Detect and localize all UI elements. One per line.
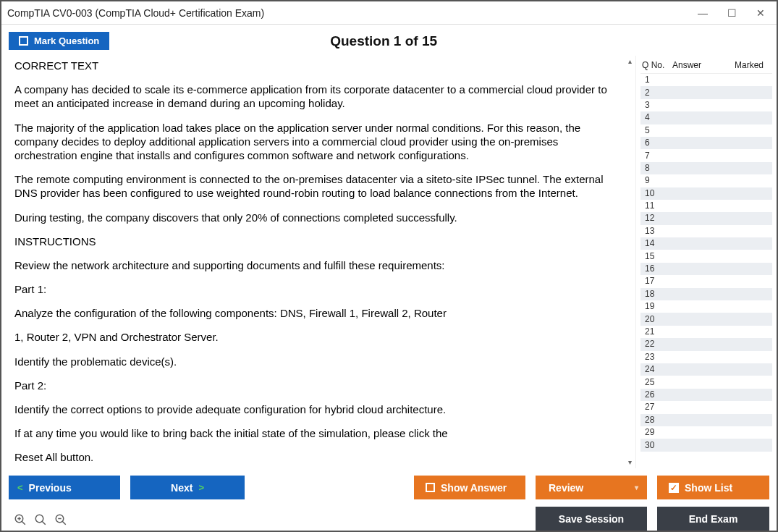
question-list-row[interactable]: 27 (640, 401, 772, 413)
question-list[interactable]: 1234567891011121314151617181920212223242… (640, 73, 772, 468)
show-answer-button[interactable]: Show Answer (414, 476, 525, 499)
next-label: Next (171, 482, 193, 494)
question-subheading: INSTRUCTIONS (14, 235, 622, 248)
svg-point-4 (35, 515, 43, 523)
question-list-row[interactable]: 5 (640, 124, 772, 137)
zoom-reset-icon[interactable] (13, 512, 28, 527)
question-list-row[interactable]: 29 (640, 426, 772, 439)
question-counter: Question 1 of 15 (109, 33, 658, 49)
question-list-row[interactable]: 26 (640, 389, 772, 401)
question-list-row[interactable]: 21 (640, 326, 772, 338)
end-exam-button[interactable]: End Exam (657, 507, 769, 531)
svg-line-7 (62, 521, 66, 525)
question-paragraph: Reset All button. (14, 450, 622, 464)
question-list-row[interactable]: 18 (640, 288, 772, 300)
question-number: 10 (645, 188, 671, 198)
question-number: 24 (645, 364, 671, 374)
next-button[interactable]: Next > (130, 476, 245, 499)
question-list-header: Q No. Answer Marked (640, 56, 772, 73)
window-title: CompTIA CV0-003 (CompTIA Cloud+ Certific… (7, 7, 264, 19)
question-number: 11 (645, 200, 671, 211)
question-list-row[interactable]: 1 (640, 74, 772, 86)
question-list-row[interactable]: 13 (640, 225, 772, 237)
show-list-label: Show List (685, 482, 732, 494)
checkbox-icon (19, 36, 28, 46)
show-answer-label: Show Answer (441, 482, 507, 494)
question-number: 22 (645, 339, 671, 349)
question-number: 28 (645, 415, 671, 425)
question-list-row[interactable]: 25 (640, 376, 772, 388)
question-list-row[interactable]: 20 (640, 313, 772, 325)
question-paragraph: Identify the correct options to provide … (14, 402, 622, 416)
question-paragraph: If at any time you would like to bring b… (14, 426, 622, 440)
maximize-icon[interactable]: ☐ (726, 7, 737, 19)
question-paragraph: A company has decided to scale its e-com… (14, 83, 622, 110)
question-number: 14 (645, 238, 671, 248)
question-list-row[interactable]: 17 (640, 275, 772, 287)
question-list-row[interactable]: 19 (640, 300, 772, 313)
question-list-row[interactable]: 14 (640, 237, 772, 250)
question-list-row[interactable]: 23 (640, 351, 772, 363)
question-number: 8 (645, 163, 671, 173)
question-paragraph: Analyze the configuration of the followi… (14, 306, 622, 320)
review-button[interactable]: Review (536, 476, 647, 499)
main: ▴ CORRECT TEXT A company has decided to … (1, 56, 777, 468)
question-list-row[interactable]: 2 (640, 86, 772, 98)
scroll-down-icon[interactable]: ▾ (625, 458, 634, 467)
question-number: 29 (645, 427, 671, 437)
question-number: 7 (645, 151, 671, 161)
question-number: 30 (645, 440, 671, 450)
window-controls: — ☐ ✕ (697, 7, 771, 19)
question-list-row[interactable]: 16 (640, 263, 772, 275)
zoom-in-icon[interactable] (33, 512, 48, 527)
footer-row-1: < Previous Next > Show Answer Review ✓ S… (9, 476, 769, 499)
scroll-up-icon[interactable]: ▴ (625, 57, 634, 66)
question-list-row[interactable]: 7 (640, 149, 772, 161)
zoom-controls (9, 511, 72, 527)
mark-question-label: Mark Question (34, 35, 99, 46)
question-number: 26 (645, 389, 671, 400)
chevron-right-icon: > (198, 482, 204, 493)
question-list-row[interactable]: 10 (640, 187, 772, 200)
question-number: 21 (645, 326, 671, 337)
minimize-icon[interactable]: — (697, 7, 709, 19)
zoom-out-icon[interactable] (54, 512, 68, 527)
question-list-row[interactable]: 3 (640, 99, 772, 111)
mark-question-button[interactable]: Mark Question (9, 32, 109, 50)
question-list-row[interactable]: 24 (640, 363, 772, 376)
question-list-row[interactable]: 4 (640, 111, 772, 124)
question-list-panel: Q No. Answer Marked 12345678910111213141… (636, 56, 775, 468)
question-number: 23 (645, 352, 671, 362)
col-answer: Answer (672, 60, 735, 70)
question-number: 4 (645, 112, 671, 122)
question-number: 20 (645, 314, 671, 324)
question-paragraph: During testing, the company discovers th… (14, 211, 622, 224)
question-list-row[interactable]: 30 (640, 439, 772, 451)
header: Mark Question Question 1 of 15 (1, 25, 777, 56)
question-number: 5 (645, 125, 671, 135)
save-session-button[interactable]: Save Session (536, 507, 647, 531)
close-icon[interactable]: ✕ (755, 7, 766, 19)
question-number: 13 (645, 226, 671, 236)
question-paragraph: Part 2: (14, 379, 622, 392)
save-session-label: Save Session (559, 513, 624, 525)
question-list-row[interactable]: 8 (640, 162, 772, 174)
question-paragraph: The majority of the application load tak… (14, 121, 622, 163)
question-list-row[interactable]: 6 (640, 137, 772, 149)
question-list-row[interactable]: 9 (640, 174, 772, 187)
question-list-row[interactable]: 28 (640, 414, 772, 426)
question-list-row[interactable]: 15 (640, 250, 772, 262)
question-list-row[interactable]: 11 (640, 200, 772, 212)
footer: < Previous Next > Show Answer Review ✓ S… (1, 468, 777, 532)
question-heading: CORRECT TEXT (14, 59, 622, 72)
question-list-row[interactable]: 22 (640, 338, 772, 350)
show-list-button[interactable]: ✓ Show List (657, 476, 769, 499)
question-text-pane[interactable]: ▴ CORRECT TEXT A company has decided to … (1, 56, 636, 468)
question-list-row[interactable]: 12 (640, 212, 772, 224)
previous-button[interactable]: < Previous (9, 476, 120, 499)
svg-line-5 (42, 521, 46, 525)
question-number: 15 (645, 251, 671, 261)
question-number: 16 (645, 263, 671, 274)
footer-row-2: Save Session End Exam (9, 507, 769, 531)
question-number: 27 (645, 402, 671, 412)
